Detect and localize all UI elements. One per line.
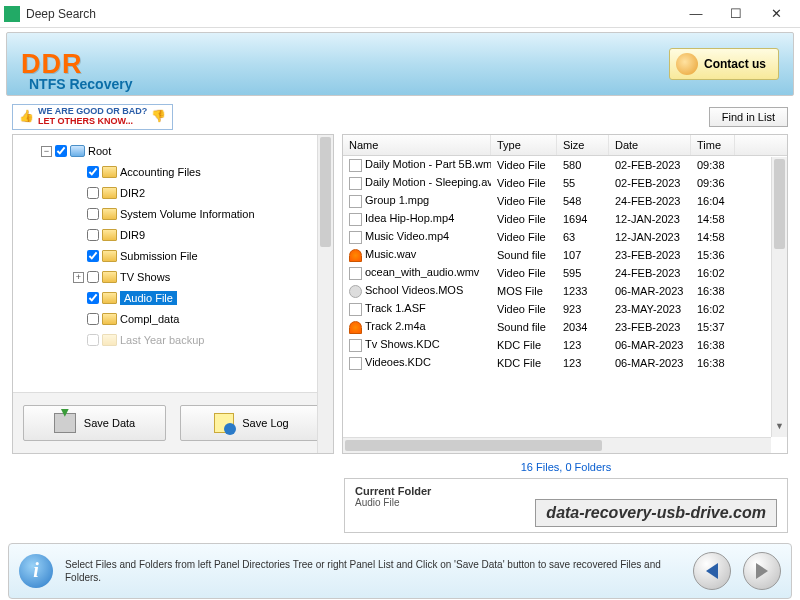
file-name: Group 1.mpg [365,194,429,206]
save-log-icon [214,413,234,433]
tree-item[interactable]: Accounting Files [17,162,329,183]
file-size: 1694 [557,213,609,225]
file-row[interactable]: Idea Hip-Hop.mp4Video File169412-JAN-202… [343,210,787,228]
file-name: Track 2.m4a [365,320,426,332]
file-time: 16:38 [691,339,735,351]
tree-item[interactable]: Submission File [17,246,329,267]
col-name[interactable]: Name [343,135,491,155]
file-type: Video File [491,267,557,279]
tree-checkbox[interactable] [87,292,99,304]
tree-checkbox[interactable] [87,187,99,199]
file-name: Idea Hip-Hop.mp4 [365,212,454,224]
file-size: 123 [557,357,609,369]
file-row[interactable]: ocean_with_audio.wmvVideo File59524-FEB-… [343,264,787,282]
tree-checkbox[interactable] [87,229,99,241]
tree-item[interactable]: Compl_data [17,309,329,330]
save-data-button[interactable]: Save Data [23,405,166,441]
file-row[interactable]: Track 2.m4aSound file203423-FEB-202315:3… [343,318,787,336]
file-list-panel: Name Type Size Date Time Daily Motion - … [342,134,788,454]
file-type: KDC File [491,357,557,369]
file-size: 2034 [557,321,609,333]
minimize-button[interactable]: — [676,0,716,28]
collapse-icon[interactable]: − [41,146,52,157]
tree-label: Compl_data [120,313,179,325]
file-date: 12-JAN-2023 [609,213,691,225]
file-time: 15:37 [691,321,735,333]
tree-item[interactable]: DIR9 [17,225,329,246]
col-type[interactable]: Type [491,135,557,155]
tree-checkbox[interactable] [87,250,99,262]
root-checkbox[interactable] [55,145,67,157]
tree-checkbox[interactable] [87,334,99,346]
tree-checkbox[interactable] [87,271,99,283]
file-date: 24-FEB-2023 [609,267,691,279]
product-subtitle: NTFS Recovery [29,76,132,92]
tree-checkbox[interactable] [87,313,99,325]
file-type: Video File [491,231,557,243]
find-in-list-button[interactable]: Find in List [709,107,788,127]
file-type: Sound file [491,249,557,261]
file-row[interactable]: Daily Motion - Sleeping.aviVideo File550… [343,174,787,192]
file-type: MOS File [491,285,557,297]
file-row[interactable]: Music Video.mp4Video File6312-JAN-202314… [343,228,787,246]
file-date: 02-FEB-2023 [609,177,691,189]
app-icon [4,6,20,22]
file-row[interactable]: Music.wavSound file10723-FEB-202315:36 [343,246,787,264]
drive-icon [70,145,85,157]
tree-label: System Volume Information [120,208,255,220]
scroll-thumb[interactable] [774,159,785,249]
tree-item[interactable]: Last Year backup [17,330,329,351]
file-row[interactable]: Track 1.ASFVideo File92323-MAY-202316:02 [343,300,787,318]
file-name: Tv Shows.KDC [365,338,440,350]
feedback-line2: LET OTHERS KNOW... [38,117,147,127]
file-type: KDC File [491,339,557,351]
file-list[interactable]: Daily Motion - Part 5B.wmvVideo File5800… [343,156,787,372]
tree-root-row[interactable]: −Root [17,141,329,162]
maximize-button[interactable]: ☐ [716,0,756,28]
contact-label: Contact us [704,57,766,71]
folder-icon [102,187,117,199]
tree-label: TV Shows [120,271,170,283]
file-row[interactable]: Group 1.mpgVideo File54824-FEB-202316:04 [343,192,787,210]
folder-icon [102,292,117,304]
save-log-button[interactable]: Save Log [180,405,323,441]
arrow-right-icon [756,563,768,579]
file-size: 1233 [557,285,609,297]
file-row[interactable]: Videoes.KDCKDC File12306-MAR-202316:38 [343,354,787,372]
tree-item[interactable]: Audio File [17,288,329,309]
list-scrollbar-horizontal[interactable] [343,437,771,453]
folder-icon [102,334,117,346]
tree-scrollbar[interactable] [317,135,333,453]
contact-us-button[interactable]: Contact us [669,48,779,80]
file-size: 548 [557,195,609,207]
scroll-down-icon[interactable]: ▼ [772,421,787,437]
feedback-badge[interactable]: 👍 WE ARE GOOD OR BAD? LET OTHERS KNOW...… [12,104,173,130]
file-row[interactable]: Daily Motion - Part 5B.wmvVideo File5800… [343,156,787,174]
summary-bar: 16 Files, 0 Folders [344,458,788,476]
tree-item[interactable]: +TV Shows [17,267,329,288]
file-date: 06-MAR-2023 [609,339,691,351]
nav-back-button[interactable] [693,552,731,590]
contact-avatar-icon [676,53,698,75]
file-date: 23-MAY-2023 [609,303,691,315]
col-size[interactable]: Size [557,135,609,155]
col-time[interactable]: Time [691,135,735,155]
file-row[interactable]: School Videos.MOSMOS File123306-MAR-2023… [343,282,787,300]
tree-checkbox[interactable] [87,166,99,178]
tree-item[interactable]: DIR2 [17,183,329,204]
directory-tree[interactable]: −RootAccounting FilesDIR2System Volume I… [13,135,333,392]
list-scrollbar-vertical[interactable]: ▲ ▼ [771,157,787,437]
tree-item[interactable]: System Volume Information [17,204,329,225]
tree-checkbox[interactable] [87,208,99,220]
close-button[interactable]: ✕ [756,0,796,28]
file-name: School Videos.MOS [365,284,463,296]
file-icon [349,213,362,226]
nav-forward-button[interactable] [743,552,781,590]
file-icon [349,303,362,316]
col-date[interactable]: Date [609,135,691,155]
file-name: Music.wav [365,248,416,260]
file-size: 580 [557,159,609,171]
expand-icon[interactable]: + [73,272,84,283]
file-type: Video File [491,195,557,207]
file-row[interactable]: Tv Shows.KDCKDC File12306-MAR-202316:38 [343,336,787,354]
